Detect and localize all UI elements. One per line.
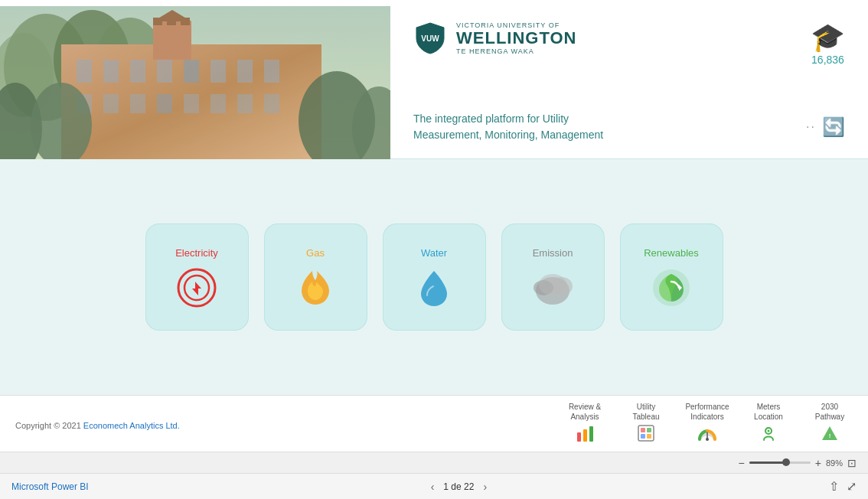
svg-rect-41 bbox=[577, 432, 581, 442]
logo-sub-text: TE HERENGA WAKA bbox=[456, 47, 576, 55]
svg-rect-42 bbox=[583, 429, 587, 442]
zoom-percent: 89% bbox=[826, 458, 843, 468]
page-nav-center: ‹ 1 de 22 › bbox=[431, 481, 487, 493]
zoom-slider[interactable] bbox=[749, 461, 811, 464]
tagline-line1: The integrated platform for Utility bbox=[413, 113, 569, 125]
electricity-icon bbox=[177, 268, 217, 308]
gas-label: Gas bbox=[306, 247, 325, 259]
renewables-card[interactable]: Renewables bbox=[620, 223, 723, 331]
svg-rect-46 bbox=[647, 428, 651, 432]
refresh-area: ·· 🔄 bbox=[806, 116, 845, 138]
svg-rect-31 bbox=[0, 6, 390, 159]
student-count: 16,836 bbox=[811, 54, 844, 66]
svg-text:!: ! bbox=[829, 432, 831, 439]
tagline: The integrated platform for Utility Meas… bbox=[413, 111, 603, 143]
svg-rect-44 bbox=[638, 426, 654, 441]
nav-items: Review &Analysis UtilityTableau bbox=[562, 402, 853, 445]
graduation-icon: 🎓 bbox=[811, 21, 845, 54]
hero-image bbox=[0, 6, 390, 159]
emission-label: Emission bbox=[533, 247, 573, 259]
copyright-text: Copyright © 2021 Economech Analytics Ltd… bbox=[15, 418, 180, 430]
nav-item-pathway[interactable]: 2030Pathway ! bbox=[807, 402, 853, 445]
review-analysis-icon bbox=[576, 425, 594, 445]
svg-point-38 bbox=[539, 274, 566, 295]
renewables-label: Renewables bbox=[644, 247, 699, 259]
fullscreen-icon[interactable]: ⤢ bbox=[847, 479, 857, 494]
nav-item-utility-label: UtilityTableau bbox=[632, 402, 659, 422]
emission-card[interactable]: Emission bbox=[501, 223, 605, 331]
page-indicator: 1 de 22 bbox=[443, 481, 474, 492]
zoom-plus-button[interactable]: + bbox=[815, 457, 821, 469]
nav-item-meters-label: MetersLocation bbox=[754, 402, 783, 422]
logo-text: VICTORIA UNIVERSITY OF WELLINGTON TE HER… bbox=[456, 21, 576, 55]
zoom-slider-thumb bbox=[782, 458, 790, 466]
gas-card[interactable]: Gas bbox=[264, 223, 367, 331]
company-link[interactable]: Economech Analytics Ltd. bbox=[83, 421, 180, 430]
loading-dots-icon: ·· bbox=[806, 120, 816, 134]
svg-rect-47 bbox=[641, 434, 645, 439]
nav-item-utility[interactable]: UtilityTableau bbox=[623, 402, 669, 445]
nav-item-pathway-label: 2030Pathway bbox=[815, 402, 844, 422]
performance-indicators-icon bbox=[697, 425, 717, 445]
share-icon[interactable]: ⇧ bbox=[829, 479, 839, 494]
hero-section: VUW VICTORIA UNIVERSITY OF WELLINGTON TE… bbox=[0, 6, 868, 159]
zoom-bar: − + 89% ⊡ bbox=[0, 452, 868, 473]
svg-text:VUW: VUW bbox=[421, 34, 439, 43]
next-page-button[interactable]: › bbox=[483, 481, 487, 493]
student-count-area: 🎓 16,836 bbox=[811, 21, 845, 66]
zoom-slider-fill bbox=[749, 461, 786, 464]
logo-shield-icon: VUW bbox=[413, 21, 447, 55]
water-icon bbox=[416, 268, 452, 308]
powerbi-link[interactable]: Microsoft Power BI bbox=[11, 481, 89, 492]
zoom-minus-button[interactable]: − bbox=[739, 457, 745, 469]
hero-right-panel: VUW VICTORIA UNIVERSITY OF WELLINGTON TE… bbox=[390, 6, 868, 158]
utility-tableau-icon bbox=[638, 425, 654, 445]
zoom-fit-icon[interactable]: ⊡ bbox=[847, 457, 857, 469]
hero-header: VUW VICTORIA UNIVERSITY OF WELLINGTON TE… bbox=[413, 21, 845, 66]
cards-section: Electricity Gas Water Emission bbox=[0, 159, 868, 395]
electricity-label: Electricity bbox=[175, 247, 218, 259]
logo-area: VUW VICTORIA UNIVERSITY OF WELLINGTON TE… bbox=[413, 21, 576, 55]
main-content: VUW VICTORIA UNIVERSITY OF WELLINGTON TE… bbox=[0, 6, 868, 452]
svg-point-52 bbox=[768, 430, 770, 432]
pathway-icon: ! bbox=[821, 425, 838, 445]
gas-icon bbox=[297, 268, 334, 308]
nav-item-meters[interactable]: MetersLocation bbox=[746, 402, 791, 445]
svg-rect-48 bbox=[647, 434, 651, 439]
prev-page-button[interactable]: ‹ bbox=[431, 481, 435, 493]
hero-middle: The integrated platform for Utility Meas… bbox=[413, 111, 845, 143]
nav-item-performance-label: PerformanceIndicators bbox=[685, 402, 729, 422]
logo-main-text: WELLINGTON bbox=[456, 29, 576, 47]
water-label: Water bbox=[421, 247, 447, 259]
page-nav-right: ⇧ ⤢ bbox=[829, 479, 857, 494]
nav-item-performance[interactable]: PerformanceIndicators bbox=[684, 402, 730, 445]
electricity-card[interactable]: Electricity bbox=[145, 223, 249, 331]
water-card[interactable]: Water bbox=[383, 223, 486, 331]
nav-item-review[interactable]: Review &Analysis bbox=[562, 402, 608, 445]
emission-icon bbox=[530, 268, 576, 308]
tagline-line2: Measurement, Monitoring, Management bbox=[413, 129, 603, 141]
svg-rect-45 bbox=[641, 428, 645, 432]
top-bar bbox=[0, 0, 868, 6]
renewables-icon bbox=[651, 268, 691, 308]
svg-rect-43 bbox=[589, 426, 593, 442]
bottom-nav: Copyright © 2021 Economech Analytics Ltd… bbox=[0, 395, 868, 452]
zoom-controls: − + 89% ⊡ bbox=[739, 457, 857, 469]
meters-location-icon bbox=[760, 425, 777, 445]
nav-item-review-label: Review &Analysis bbox=[569, 402, 601, 422]
page-nav-footer: Microsoft Power BI ‹ 1 de 22 › ⇧ ⤢ bbox=[0, 473, 868, 499]
refresh-icon[interactable]: 🔄 bbox=[822, 116, 845, 138]
